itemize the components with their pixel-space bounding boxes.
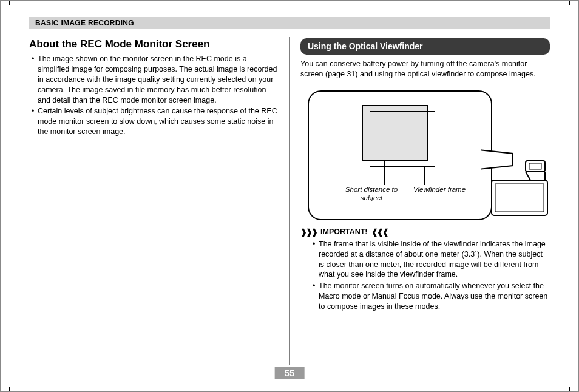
list-item: Certain levels of subject brightness can… <box>38 106 279 137</box>
leader-line <box>384 160 385 185</box>
list-item: The image shown on the monitor screen in… <box>38 54 279 105</box>
footer-rule <box>314 377 550 377</box>
page-number: 55 <box>275 367 305 379</box>
crop-mark <box>569 387 570 391</box>
list-item: The monitor screen turns on automaticall… <box>319 281 550 312</box>
subsection-pill: Using the Optical Viewfinder <box>300 38 550 55</box>
crop-mark <box>9 387 10 391</box>
content-columns: About the REC Mode Monitor Screen The im… <box>29 36 550 357</box>
left-column: About the REC Mode Monitor Screen The im… <box>29 36 290 357</box>
crop-mark <box>569 1 570 5</box>
section-header-text: BASIC IMAGE RECORDING <box>35 19 134 27</box>
svg-rect-4 <box>529 163 541 169</box>
svg-rect-0 <box>478 149 481 171</box>
left-heading: About the REC Mode Monitor Screen <box>29 38 279 50</box>
nibs-left-icon: ❱❱❱ <box>300 228 317 237</box>
crop-mark <box>9 1 10 5</box>
important-bullet-list: The frame that is visible inside of the … <box>310 239 550 312</box>
diagram-labels: Short distance to subject Viewfinder fra… <box>338 185 484 203</box>
speech-tail-icon <box>478 149 520 171</box>
nibs-right-icon: ❰❰❰ <box>371 228 388 237</box>
viewfinder-diagram: Short distance to subject Viewfinder fra… <box>300 88 550 221</box>
important-heading: ❱❱❱ IMPORTANT! ❰❰❰ <box>300 228 550 237</box>
label-short-distance: Short distance to subject <box>338 185 405 203</box>
list-item: The frame that is visible inside of the … <box>319 239 550 280</box>
viewfinder-frame <box>370 111 435 167</box>
callout-bubble: Short distance to subject Viewfinder fra… <box>308 90 492 220</box>
footer-rule <box>29 377 265 377</box>
leader-line <box>424 166 425 185</box>
important-label: IMPORTANT! <box>320 228 368 236</box>
left-bullet-list: The image shown on the monitor screen in… <box>29 54 279 137</box>
right-column: Using the Optical Viewfinder You can con… <box>290 36 550 357</box>
label-viewfinder-frame: Viewfinder frame <box>413 185 484 203</box>
section-header-bar: BASIC IMAGE RECORDING <box>29 17 550 29</box>
intro-paragraph: You can conserve battery power by turnin… <box>300 59 550 79</box>
manual-page: BASIC IMAGE RECORDING About the REC Mode… <box>0 0 579 392</box>
svg-rect-2 <box>495 184 544 212</box>
